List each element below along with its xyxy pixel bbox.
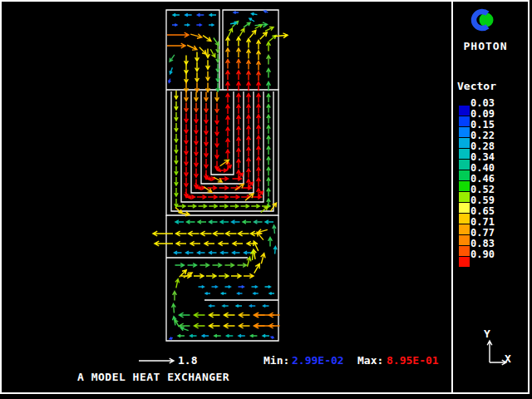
logo-green-sphere: [480, 13, 494, 27]
legend-swatch: [459, 138, 470, 148]
legend-value: 0.34: [470, 151, 495, 163]
min-value: 2.99E-02: [292, 354, 344, 367]
legend-swatch: [459, 116, 470, 126]
legend-swatch: [459, 203, 470, 213]
scale-arrow-value: 1.8: [178, 354, 197, 367]
legend-value: 0.09: [470, 108, 495, 120]
legend-value: 0.40: [470, 162, 495, 174]
legend-swatch: [459, 257, 470, 267]
legend-value: 0.77: [470, 227, 495, 239]
legend-swatch: [459, 192, 470, 202]
photon-window: PHOTON Vector 0.030.090.150.220.280.340.…: [0, 0, 532, 399]
legend-value: 0.83: [470, 238, 495, 249]
window-border: [0, 0, 530, 394]
legend-swatch: [459, 160, 470, 170]
legend-swatch: [459, 170, 470, 180]
legend-value: 0.71: [470, 216, 495, 228]
plot-title: A MODEL HEAT EXCHANGER: [77, 371, 229, 383]
panel-separator: [451, 1, 453, 393]
legend-swatch: [459, 181, 470, 191]
app-name: PHOTON: [459, 40, 512, 52]
legend-swatch: [459, 127, 470, 137]
legend-title: Vector: [457, 80, 496, 92]
legend-swatch: [459, 246, 470, 256]
legend-value: 0.03: [470, 97, 495, 109]
axis-x-label: X: [505, 352, 511, 365]
legend-swatch: [459, 106, 470, 116]
photon-logo-icon: [464, 3, 507, 38]
legend-value: 0.65: [470, 205, 495, 217]
legend-swatch: [459, 224, 470, 234]
legend-swatch: [459, 149, 470, 159]
legend-value: 0.22: [470, 130, 495, 141]
min-label: Min:: [264, 354, 289, 367]
max-label: Max:: [357, 354, 383, 367]
legend-value: 0.15: [470, 119, 495, 131]
legend-swatch: [459, 235, 470, 245]
axis-y-label: Y: [484, 328, 490, 340]
legend-value: 0.52: [470, 184, 495, 195]
max-value: 8.95E-01: [387, 354, 439, 367]
legend-value: 0.28: [470, 140, 495, 152]
legend-value: 0.46: [470, 173, 495, 185]
legend-value: 0.90: [470, 249, 495, 260]
legend-swatch: [459, 214, 470, 224]
legend-value: 0.59: [470, 195, 495, 206]
